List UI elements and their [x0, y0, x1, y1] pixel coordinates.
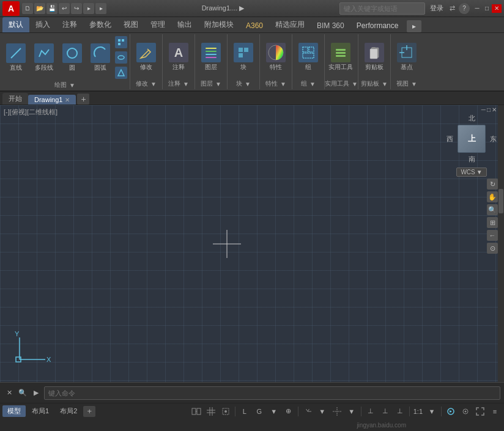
tab-view[interactable]: 视图 [117, 17, 144, 32]
customize-btn[interactable]: ≡ [488, 405, 502, 418]
tool-clipboard[interactable]: 剪贴板 [361, 37, 388, 76]
tool-block[interactable]: 块 [230, 37, 257, 76]
group-group-expand[interactable]: ▼ [309, 81, 316, 87]
open-btn[interactable]: 📂 [34, 3, 45, 14]
scale-down-btn[interactable]: ▼ [425, 405, 439, 418]
tab-bim360[interactable]: BIM 360 [311, 19, 350, 32]
steer-wheels-btn[interactable]: ⊙ [487, 243, 498, 254]
snap1-btn[interactable]: ⊥ [364, 405, 377, 418]
tool-layers[interactable]: 图层 [198, 37, 224, 76]
tool-circle[interactable]: 圆 [59, 38, 86, 77]
command-input[interactable] [44, 386, 500, 400]
coords-btn[interactable]: L [238, 405, 251, 418]
polar-down-btn[interactable]: ▼ [316, 405, 329, 418]
scrollbar-thumb[interactable] [498, 189, 503, 213]
draw-extra-1[interactable] [115, 36, 127, 48]
status-layout1-tab[interactable]: 布局1 [27, 405, 54, 417]
clipboard-group-expand[interactable]: ▼ [382, 81, 388, 87]
snap3-btn[interactable]: ⊥ [393, 405, 407, 418]
utilities-group-expand[interactable]: ▼ [352, 81, 358, 87]
more2-btn[interactable]: ▸ [95, 3, 106, 14]
viewport-maximize[interactable]: □ [487, 106, 491, 113]
command-search[interactable] [339, 2, 425, 15]
snap-track-btn[interactable] [330, 405, 344, 418]
viewport-close[interactable]: ✕ [492, 106, 497, 113]
maximize-btn[interactable]: □ [482, 4, 492, 13]
tab-drawing1[interactable]: Drawing1 ✕ [28, 95, 76, 105]
isolate-btn[interactable] [459, 405, 472, 418]
tab-start[interactable]: 开始 [2, 93, 28, 105]
tool-utilities[interactable]: 实用工具 [327, 37, 354, 76]
rotation-down-btn[interactable]: ▼ [267, 405, 281, 418]
tab-close-btn[interactable]: ✕ [65, 97, 70, 103]
tab-annotate[interactable]: 注释 [56, 17, 83, 32]
cmd-close-btn[interactable]: ✕ [4, 388, 15, 399]
save-btn[interactable]: 💾 [46, 3, 57, 14]
tab-addons[interactable]: 附加模块 [198, 17, 240, 32]
fullscreen-btn[interactable] [473, 405, 487, 418]
grid-btn[interactable] [204, 405, 218, 418]
tab-parametric[interactable]: 参数化 [83, 17, 117, 32]
orbit-btn[interactable]: ↻ [487, 179, 498, 190]
annotate-group-expand[interactable]: ▼ [183, 81, 189, 87]
undo-btn[interactable]: ↩ [59, 3, 70, 14]
status-layout2-tab[interactable]: 布局2 [55, 405, 82, 417]
tab-more[interactable]: ▸ [407, 20, 421, 32]
tab-a360[interactable]: A360 [240, 19, 269, 32]
tool-basepoint[interactable]: 基点 [393, 37, 420, 76]
draw-extra-2[interactable] [115, 51, 127, 64]
tool-arc[interactable]: 圆弧 [87, 38, 114, 77]
block-group-expand[interactable]: ▼ [245, 81, 251, 87]
viewport[interactable]: [-][俯视][二维线框] Y X 北 南 西 东 上 [0, 105, 504, 382]
tab-performance[interactable]: Performance [350, 19, 405, 32]
tool-line[interactable]: 直线 [2, 38, 29, 77]
draw-group-expand[interactable]: ▼ [69, 82, 75, 89]
tool-group[interactable]: 组 [295, 37, 322, 76]
polar-btn[interactable] [301, 405, 314, 418]
redo-btn[interactable]: ↪ [71, 3, 82, 14]
zoom-prev-btn[interactable]: ← [487, 230, 498, 241]
tab-featured[interactable]: 精选应用 [269, 17, 311, 32]
tool-modify[interactable]: 修改 [133, 37, 160, 76]
status-model-tab[interactable]: 模型 [2, 405, 26, 417]
tab-insert[interactable]: 插入 [29, 17, 56, 32]
viewcube-wcs[interactable]: WCS ▼ [456, 168, 486, 177]
layers-group-expand[interactable]: ▼ [215, 81, 221, 87]
tool-annotate[interactable]: A 注释 [165, 37, 192, 76]
login-btn[interactable]: 登录 [428, 4, 446, 13]
model-icon-btn[interactable] [190, 405, 203, 418]
pan-btn[interactable]: ✋ [487, 191, 498, 202]
modify-group-expand[interactable]: ▼ [150, 81, 157, 87]
properties-group-expand[interactable]: ▼ [280, 81, 286, 87]
minimize-btn[interactable]: ─ [472, 4, 482, 13]
vertical-scrollbar[interactable] [498, 105, 504, 382]
cmd-search-btn[interactable]: 🔍 [17, 388, 28, 399]
new-btn[interactable]: 🗋 [22, 3, 33, 14]
cmd-arrow-btn[interactable]: ▶ [31, 388, 42, 399]
snap-track-down-btn[interactable]: ▼ [345, 405, 358, 418]
draw-extra-3[interactable] [115, 67, 127, 79]
more-btn[interactable]: ▸ [83, 3, 94, 14]
tab-add-btn[interactable]: + [77, 94, 89, 105]
rotation-btn[interactable]: G [253, 405, 266, 418]
hardware-accel-btn[interactable] [444, 405, 458, 418]
draw-group-label: 绘图 [54, 81, 67, 89]
snap2-btn[interactable]: ⊥ [379, 405, 392, 418]
tab-default[interactable]: 默认 [2, 17, 29, 32]
svg-rect-18 [303, 53, 314, 58]
view-group-expand[interactable]: ▼ [411, 81, 417, 87]
tool-polyline[interactable]: 多段线 [31, 38, 57, 77]
help-btn[interactable]: ? [459, 3, 470, 14]
tab-manage[interactable]: 管理 [144, 17, 171, 32]
tool-properties[interactable]: 特性 [262, 37, 289, 76]
ortho-btn[interactable]: ⊕ [282, 405, 295, 418]
zoom-btn[interactable]: 🔍 [487, 204, 498, 215]
snap-btn[interactable] [219, 405, 232, 418]
zoom-extent-btn[interactable]: ⊞ [487, 217, 498, 228]
add-layout-btn[interactable]: + [83, 406, 95, 417]
tab-output[interactable]: 输出 [171, 17, 198, 32]
app-logo[interactable]: A [2, 1, 20, 16]
viewcube-face-top[interactable]: 上 [458, 125, 486, 153]
close-btn[interactable]: ✕ [492, 4, 502, 13]
viewport-minimize[interactable]: ─ [481, 106, 486, 113]
